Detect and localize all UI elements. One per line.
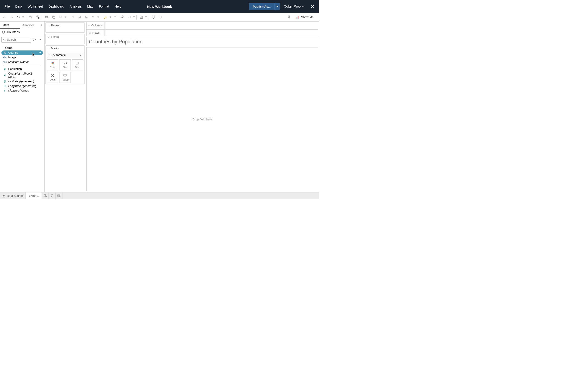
swap-button[interactable] [69,14,76,20]
separator [26,15,26,20]
menu-map[interactable]: Map [84,3,96,10]
revert-button[interactable] [15,14,22,20]
mark-text[interactable]: T Text [72,59,83,70]
view-filter-button[interactable] [32,37,37,43]
svg-rect-40 [52,74,52,75]
rows-icon [88,32,91,34]
svg-rect-20 [152,16,155,18]
sort-desc-icon [85,15,89,19]
search-icon [3,38,6,41]
pages-card[interactable]: Pages [45,23,85,33]
sheet-tab[interactable]: Sheet 1 [26,192,42,199]
field-label: Countries - Sheet1 (3).c... [8,72,41,78]
svg-rect-50 [89,33,90,33]
menu-format[interactable]: Format [96,3,112,10]
mark-size[interactable]: Size [59,59,70,70]
menu-dashboard[interactable]: Dashboard [46,3,67,10]
new-worksheet-tab[interactable] [42,192,49,199]
field-latitude[interactable]: Latitude (generated) [1,79,43,84]
publish-dropdown[interactable] [274,3,280,10]
redo-button[interactable] [8,14,15,20]
format-button[interactable] [119,14,125,20]
menu-data[interactable]: Data [13,3,25,10]
search-input[interactable] [1,37,31,43]
new-worksheet-button[interactable] [44,14,50,20]
presentation-button[interactable] [150,14,157,20]
chevron-down-icon [48,36,50,38]
search-field[interactable] [7,38,29,41]
sort-asc-button[interactable] [77,14,83,20]
download-button[interactable] [157,14,164,20]
text-label-button[interactable]: T [112,14,119,20]
filters-card[interactable]: Filters [45,34,85,44]
data-source-row[interactable]: Countries [0,29,44,35]
worksheet-canvas[interactable]: Drop field here [86,47,318,191]
menu-help[interactable]: Help [112,3,124,10]
highlight-button[interactable] [103,14,109,20]
chevron-down-icon [97,17,99,18]
pause-updates-button[interactable] [34,14,41,20]
show-cards-button[interactable] [138,14,145,20]
undo-button[interactable] [1,14,8,20]
menu-analysis[interactable]: Analysis [67,3,84,10]
tab-data[interactable]: Data [0,22,20,29]
mark-detail[interactable]: Detail [47,72,58,83]
menu-file[interactable]: File [2,3,13,10]
fit-button[interactable] [126,14,132,20]
close-button[interactable] [308,2,317,11]
field-image[interactable]: Abc Image [1,55,43,60]
field-longitude[interactable]: Longitude (generated) [1,84,43,88]
tooltip-icon [63,74,67,77]
new-dashboard-tab[interactable] [49,192,56,199]
user-menu[interactable]: Colten Woo [280,3,308,10]
field-population[interactable]: # Population [1,67,43,71]
duplicate-icon [52,15,56,19]
highlight-dropdown[interactable] [109,14,112,20]
rows-shelf[interactable] [105,29,318,36]
field-country[interactable]: Country [1,50,43,55]
duplicate-button[interactable] [51,14,57,20]
revert-dropdown[interactable] [22,14,24,20]
data-pane-menu[interactable] [38,37,43,43]
abc-icon: Abc [3,56,6,59]
field-label: Country [8,51,18,54]
clear-sheet-button[interactable] [57,14,64,20]
fit-dropdown[interactable] [133,14,135,20]
tab-analytics[interactable]: Analytics [20,22,40,29]
mark-tooltip[interactable]: Tooltip [59,72,70,83]
totals-dropdown[interactable] [97,14,99,20]
field-count[interactable]: # Countries - Sheet1 (3).c... [1,71,43,79]
svg-point-0 [29,16,31,17]
data-guide-button[interactable] [286,14,292,20]
totals-button[interactable]: Σ [90,14,97,20]
marks-card: Marks T Automatic Color Size T Text [45,45,85,84]
show-cards-dropdown[interactable] [145,14,147,20]
worksheet-title-bar[interactable]: Countries by Population [86,37,318,46]
new-story-tab[interactable] [56,192,62,199]
svg-point-52 [3,195,5,195]
pause-database-icon [35,15,40,19]
field-list: Country Abc Image Abc Measure Names # Po… [0,50,44,93]
mark-type-dropdown[interactable]: T Automatic [47,52,83,58]
chevron-down-icon [48,25,50,27]
redo-icon [9,15,14,19]
new-data-source-button[interactable] [27,14,34,20]
chevron-left-icon [40,24,42,26]
field-measure-values[interactable]: # Measure Values [1,88,43,93]
chevron-down-icon [145,17,147,18]
svg-rect-54 [51,194,52,195]
mark-color[interactable]: Color [47,59,58,70]
sort-desc-button[interactable] [83,14,90,20]
svg-text:T: T [114,16,116,19]
data-source-tab[interactable]: Data Source [0,192,26,199]
show-me-button[interactable]: Show Me [294,15,315,20]
svg-rect-3 [39,17,40,18]
svg-rect-56 [51,196,52,197]
collapse-pane-button[interactable] [39,23,43,27]
columns-shelf[interactable] [105,22,318,29]
field-measure-names[interactable]: Abc Measure Names [1,60,43,64]
menu-worksheet[interactable]: Worksheet [25,3,46,10]
clear-dropdown[interactable] [64,14,67,20]
publish-button[interactable]: Publish As... [249,3,275,10]
svg-rect-2 [38,17,39,18]
